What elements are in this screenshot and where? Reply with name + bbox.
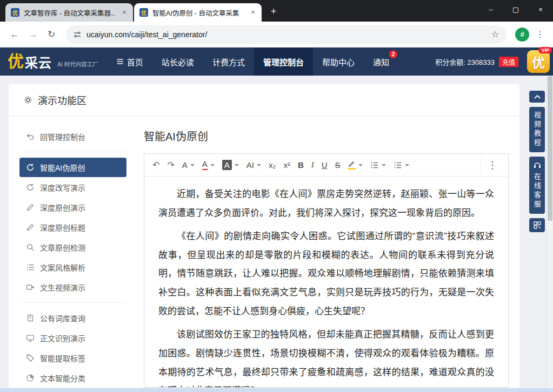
bullet-list-button[interactable] (367, 157, 390, 173)
page-content: 演示功能区 回管理控制台 智能AI伪原创 深度改写演示 (0, 76, 553, 392)
book-icon (26, 314, 35, 322)
editor-content[interactable]: 近期，备受关注的电影《在人间》票房走势突然逆转，赵丽颖、张一山等一众演员遭遇了众… (144, 177, 508, 387)
sidebar-item-content-extract[interactable]: 正文识别演示 (19, 328, 126, 348)
site-settings-icon[interactable] (74, 31, 81, 38)
url-text[interactable]: ucaiyun.com/caiji/test_ai_generator/ (86, 30, 207, 39)
font-color-button[interactable]: A (198, 157, 218, 173)
browser-tab-bar: 优 文章暂存库 - 自动文章采集器… × 优 智能AI伪原创 - 自动文章采集 … (0, 0, 553, 22)
maximize-button[interactable]: ▢ (503, 0, 528, 18)
minimize-button[interactable]: – (478, 0, 503, 18)
vip-tag: VIP (538, 47, 552, 53)
tag-icon (26, 354, 35, 362)
sidebar-item-deep-rewrite[interactable]: 深度改写演示 (19, 178, 126, 197)
subscript-icon: x₂ (269, 160, 276, 170)
reload-button[interactable]: ↻ (43, 26, 59, 43)
editor-paragraph: 《在人间》的剧情走向确实令人困惑。它试图通过所谓的“意识流”技巧来叙述故事，但呈… (158, 227, 494, 321)
online-service-button[interactable]: 在线客服 (529, 157, 545, 214)
sidebar-back-to-console[interactable]: 回管理控制台 (19, 127, 126, 146)
favicon-glyph: 优 (12, 9, 18, 17)
headset-icon (533, 161, 542, 170)
chevron-down-icon (190, 164, 195, 166)
site-nav: 首页 站长必读 计费方式 管理控制台 帮助中心 通知 2 (107, 48, 398, 76)
more-options-button[interactable]: ⋮ (481, 157, 504, 173)
strikethrough-icon: S (335, 160, 341, 170)
close-tab-icon[interactable]: × (120, 8, 129, 17)
browser-tab-1[interactable]: 优 文章暂存库 - 自动文章采集器… × (5, 3, 133, 22)
video-tutorial-button[interactable]: 视频教程 (529, 107, 545, 152)
editor-panel: 智能AI伪原创 ↶ ↷ A A A AI x₂ x² B I (126, 127, 512, 388)
browser-window: 优 文章暂存库 - 自动文章采集器… × 优 智能AI伪原创 - 自动文章采集 … (0, 0, 553, 392)
editor-toolbar: ↶ ↷ A A A AI x₂ x² B I U S (144, 154, 508, 177)
sidebar-item-originality-check[interactable]: 文章原创检测 (19, 238, 126, 257)
gear-icon (24, 96, 32, 104)
sidebar-item-ai-paraphrase[interactable]: 智能AI伪原创 (19, 158, 126, 177)
sidebar-item-tag-extract[interactable]: 智能提取标签 (19, 348, 126, 368)
forward-button[interactable]: → (25, 26, 41, 43)
scrollbar-thumb[interactable] (548, 76, 552, 221)
font-size-button[interactable]: AI (243, 157, 265, 173)
nav-item-must-read[interactable]: 站长必读 (152, 48, 203, 76)
subscript-button[interactable]: x₂ (265, 157, 279, 173)
sidebar-item-original-title[interactable]: 深度原创标题 (19, 218, 126, 237)
close-tab-icon[interactable]: × (249, 8, 257, 17)
scroll-top-button[interactable] (529, 91, 545, 103)
list-icon (26, 263, 35, 272)
nav-label: 计费方式 (212, 56, 245, 67)
undo-button[interactable]: ↶ (149, 157, 163, 173)
sync-icon (26, 163, 35, 172)
heading-button[interactable]: A (178, 157, 198, 173)
italic-button[interactable]: I (308, 157, 318, 173)
nav-item-notifications[interactable]: 通知 2 (364, 48, 398, 76)
bottom-strip (0, 388, 553, 392)
nav-label: 首页 (127, 56, 143, 67)
logo-text: 采云 (25, 52, 52, 71)
site-logo[interactable]: 优 采云 AI 时代内容工厂 (8, 48, 98, 76)
bold-icon: B (298, 160, 304, 170)
recharge-button[interactable]: 充值 (499, 57, 518, 67)
sidebar-item-public-lexicon[interactable]: 公有词库查询 (19, 308, 126, 328)
qr-code-icon (534, 221, 541, 229)
superscript-button[interactable]: x² (279, 157, 294, 173)
qr-code-button[interactable] (529, 218, 545, 232)
browser-menu-icon[interactable]: ⋮ (534, 29, 547, 39)
italic-icon: I (311, 160, 314, 170)
nav-label: 帮助中心 (322, 56, 355, 67)
redo-button[interactable]: ↷ (163, 157, 178, 173)
address-bar[interactable]: ucaiyun.com/caiji/test_ai_generator/ ☆ (66, 25, 507, 44)
nav-label: 管理控制台 (263, 56, 304, 67)
browser-tab-2[interactable]: 优 智能AI伪原创 - 自动文章采集 × (134, 3, 262, 22)
underline-button[interactable]: U (318, 157, 331, 173)
highlighter-icon (348, 161, 356, 170)
search-icon (26, 243, 35, 252)
highlight-button[interactable] (344, 157, 367, 173)
sidebar-item-style-analysis[interactable]: 文案风格解析 (19, 258, 126, 277)
sidebar-item-label: 智能AI伪原创 (40, 162, 85, 173)
nav-item-pricing[interactable]: 计费方式 (203, 48, 254, 76)
bold-button[interactable]: B (294, 157, 308, 173)
sidebar-item-label: 深度原创标题 (40, 222, 85, 233)
strikethrough-button[interactable]: S (331, 157, 344, 173)
sidebar-item-deep-original[interactable]: 深度原创演示 (19, 198, 126, 217)
nav-item-help[interactable]: 帮助中心 (313, 48, 364, 76)
sidebar-item-text-classify[interactable]: 文本智能分类 (19, 368, 126, 388)
more-icon: ⋮ (488, 159, 497, 171)
bookmark-star-icon[interactable]: ☆ (491, 29, 499, 39)
close-window-button[interactable]: × (528, 0, 553, 18)
site-header: 优 采云 AI 时代内容工厂 首页 站长必读 计费方式 管理控制台 帮助中心 通… (0, 48, 553, 76)
site-favicon: 优 (139, 8, 148, 17)
bg-color-button[interactable]: A (218, 157, 243, 173)
sidebar-item-label: 文案风格解析 (40, 262, 85, 273)
back-button[interactable]: ← (6, 26, 23, 43)
ordered-list-button[interactable] (390, 157, 413, 173)
vertical-scrollbar (547, 76, 553, 388)
vip-logo-glyph: 优 (532, 52, 545, 71)
vip-badge[interactable]: 优 VIP (527, 50, 550, 73)
profile-avatar[interactable]: # (515, 28, 529, 42)
new-tab-button[interactable]: + (266, 4, 281, 19)
rich-text-editor: ↶ ↷ A A A AI x₂ x² B I U S (144, 153, 509, 388)
nav-item-console[interactable]: 管理控制台 (254, 48, 313, 76)
undo-icon: ↶ (152, 160, 159, 170)
sidebar: 回管理控制台 智能AI伪原创 深度改写演示 深度原创演示 (19, 127, 126, 388)
sidebar-item-text-to-video[interactable]: 文生视频演示 (19, 278, 126, 297)
nav-item-home[interactable]: 首页 (107, 48, 152, 76)
